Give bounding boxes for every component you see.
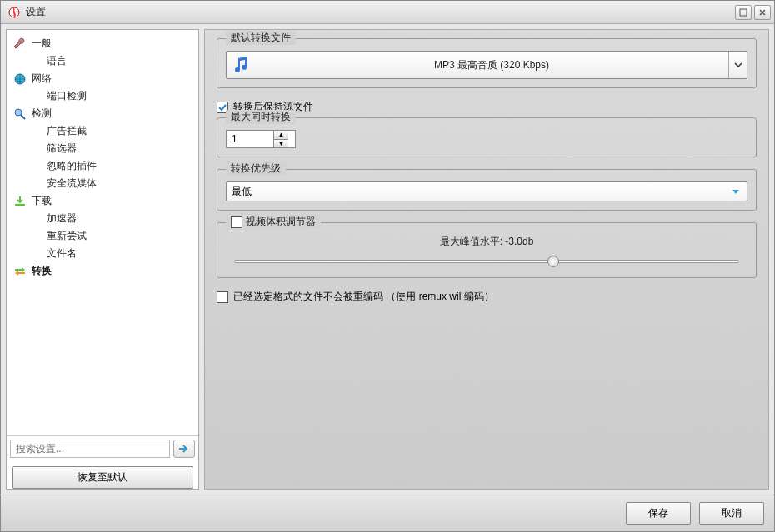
- cat-convert[interactable]: 转换: [10, 262, 195, 280]
- keep-source-checkbox[interactable]: 转换后保持源文件: [217, 100, 757, 114]
- sub-secure-stream[interactable]: 安全流媒体: [10, 175, 195, 192]
- cat-download[interactable]: 下载: [10, 192, 195, 210]
- sub-accelerator[interactable]: 加速器: [10, 210, 195, 227]
- maximize-button[interactable]: [735, 5, 752, 20]
- priority-combo[interactable]: 最低: [226, 181, 748, 201]
- cat-label: 一般: [32, 37, 52, 51]
- slider-track: [234, 260, 739, 263]
- chevron-down-icon: [728, 52, 747, 78]
- cancel-button[interactable]: 取消: [699, 502, 764, 525]
- main-panel: 默认转换文件 MP3 最高音质 (320 Kbps) 转换后保持源文件 最大同时…: [204, 29, 769, 490]
- sub-filename[interactable]: 文件名: [10, 245, 195, 262]
- cat-detect[interactable]: 检测: [10, 105, 195, 122]
- peak-slider[interactable]: [234, 254, 739, 269]
- sub-filter[interactable]: 筛选器: [10, 140, 195, 157]
- close-button[interactable]: [754, 5, 771, 20]
- sub-ignored-plugins[interactable]: 忽略的插件: [10, 157, 195, 175]
- svg-rect-4: [15, 204, 25, 206]
- group-volume: 视频体积调节器 最大峰值水平: -3.0db: [217, 222, 757, 278]
- group-priority: 转换优先级 最低: [217, 169, 757, 211]
- cat-label: 下载: [32, 194, 52, 208]
- sidebar: 一般 语言 网络 端口检测 检测 广告拦截 筛选器 忽略的插件 安全流媒体: [6, 29, 199, 490]
- cat-label: 转换: [32, 264, 52, 278]
- svg-point-3: [15, 109, 22, 116]
- settings-window: 设置 一般 语言 网络 端口检测 检测 广告拦截: [0, 0, 775, 532]
- max-concurrent-spinner[interactable]: ▲ ▼: [226, 130, 296, 148]
- volume-checkbox[interactable]: [231, 216, 242, 228]
- spinner-down[interactable]: ▼: [274, 140, 288, 148]
- restore-defaults-button[interactable]: 恢复至默认: [12, 466, 193, 489]
- settings-tree: 一般 语言 网络 端口检测 检测 广告拦截 筛选器 忽略的插件 安全流媒体: [7, 30, 198, 435]
- volume-legend-text: 视频体积调节器: [246, 215, 316, 229]
- max-concurrent-input[interactable]: [227, 133, 273, 145]
- sub-language[interactable]: 语言: [10, 52, 195, 70]
- save-button[interactable]: 保存: [626, 502, 691, 525]
- sub-adblock[interactable]: 广告拦截: [10, 122, 195, 140]
- sub-port[interactable]: 端口检测: [10, 87, 195, 105]
- titlebar: 设置: [1, 1, 774, 24]
- slider-thumb[interactable]: [548, 256, 559, 267]
- search-go-button[interactable]: [173, 440, 195, 458]
- dropdown-arrow-icon: [730, 186, 742, 197]
- peak-label: 最大峰值水平: -3.0db: [226, 235, 748, 249]
- profile-combo-text: MP3 最高音质 (320 Kbps): [255, 58, 728, 72]
- window-title: 设置: [26, 5, 732, 19]
- cat-label: 检测: [32, 107, 52, 121]
- profile-combo[interactable]: MP3 最高音质 (320 Kbps): [226, 51, 748, 79]
- cat-network[interactable]: 网络: [10, 70, 195, 87]
- download-icon: [13, 195, 27, 208]
- arrow-right-icon: [178, 444, 190, 454]
- footer: 保存 取消: [1, 495, 774, 531]
- group-default-profile: 默认转换文件 MP3 最高音质 (320 Kbps): [217, 38, 757, 88]
- music-note-icon: [227, 55, 255, 75]
- priority-value: 最低: [232, 185, 730, 199]
- checkbox-icon: [217, 291, 228, 303]
- spinner-up[interactable]: ▲: [274, 131, 288, 140]
- globe-icon: [13, 72, 27, 86]
- sub-retry[interactable]: 重新尝试: [10, 227, 195, 245]
- svg-rect-1: [740, 9, 747, 16]
- cat-label: 网络: [32, 72, 52, 86]
- group-legend: 视频体积调节器: [226, 215, 321, 229]
- group-legend: 最大同时转换: [226, 110, 296, 124]
- wrench-icon: [13, 37, 27, 51]
- convert-icon: [13, 265, 27, 278]
- remux-label: 已经选定格式的文件不会被重编码 （使用 remux wil 编码）: [233, 290, 494, 304]
- search-row: [7, 435, 198, 461]
- spinner-buttons: ▲ ▼: [273, 131, 288, 147]
- cat-general[interactable]: 一般: [10, 35, 195, 52]
- remux-checkbox[interactable]: 已经选定格式的文件不会被重编码 （使用 remux wil 编码）: [217, 290, 757, 304]
- window-body: 一般 语言 网络 端口检测 检测 广告拦截 筛选器 忽略的插件 安全流媒体: [1, 24, 774, 495]
- group-max-concurrent: 最大同时转换 ▲ ▼: [217, 117, 757, 157]
- group-legend: 转换优先级: [226, 162, 286, 176]
- app-icon: [8, 6, 21, 19]
- search-input[interactable]: [10, 440, 170, 458]
- magnifier-icon: [13, 107, 27, 121]
- group-legend: 默认转换文件: [226, 31, 296, 45]
- restore-row: 恢复至默认: [7, 461, 198, 489]
